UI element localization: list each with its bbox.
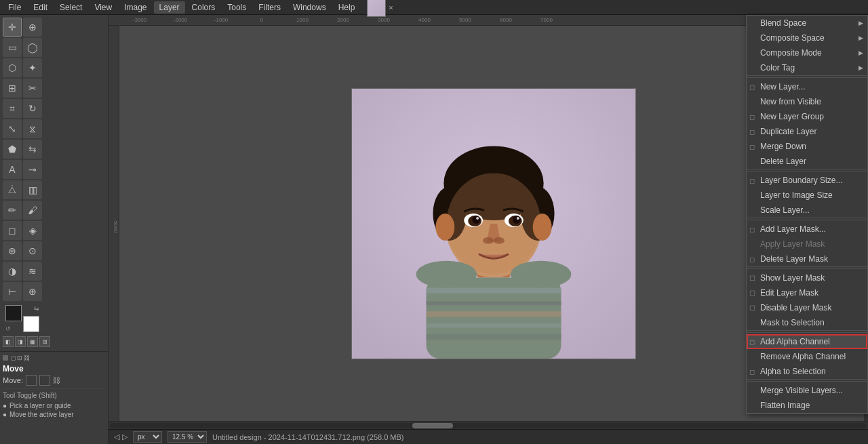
tool-free-select[interactable]: ⬡ <box>3 58 22 77</box>
horizontal-scrollbar[interactable] <box>108 421 868 429</box>
svg-rect-21 <box>427 301 561 305</box>
menu-composite-space[interactable]: Composite Space ▶ <box>747 31 867 45</box>
foreground-color[interactable] <box>5 305 22 321</box>
menu-to-image-size[interactable]: Layer to Image Size <box>747 188 867 203</box>
tool-clone[interactable]: ⊛ <box>3 241 22 260</box>
menu-blend-space[interactable]: Blend Space ▶ <box>747 16 867 31</box>
alpha-selection-icon: ◻ <box>749 368 755 376</box>
background-color[interactable] <box>23 316 39 332</box>
tool-rect-select[interactable]: ▭ <box>3 38 22 57</box>
move-option-link[interactable]: ⛓ <box>53 376 60 384</box>
tool-perspective[interactable]: ⬟ <box>3 140 22 159</box>
option-d[interactable]: ⊞ <box>39 336 50 347</box>
unit-select[interactable]: px % in mm <box>133 431 162 443</box>
zoom-select[interactable]: 12.5 % 25 % 50 % 100 % <box>167 431 207 443</box>
tool-scissors[interactable]: ✂ <box>23 79 42 98</box>
menu-layer[interactable]: Layer <box>154 1 185 14</box>
menu-edit[interactable]: Edit <box>28 1 53 14</box>
menu-help[interactable]: Help <box>333 1 361 14</box>
menu-show-mask[interactable]: ☐ Show Layer Mask <box>747 270 867 285</box>
canvas-image[interactable] <box>351 88 636 359</box>
tool-airbrush[interactable]: ◈ <box>23 221 42 240</box>
thumbnail-close[interactable]: × <box>389 3 393 12</box>
ruler-mark: -1000 <box>201 17 241 23</box>
menu-disable-mask[interactable]: ☐ Disable Layer Mask <box>747 300 867 315</box>
ruler-mark: 2000 <box>323 17 363 23</box>
menu-delete-layer[interactable]: Delete Layer <box>747 154 867 169</box>
swap-colors[interactable]: ⇆ <box>34 305 39 312</box>
menu-alpha-to-selection[interactable]: ◻ Alpha to Selection <box>747 364 867 379</box>
option-b[interactable]: ◨ <box>15 336 26 347</box>
menu-select[interactable]: Select <box>54 1 87 14</box>
reset-colors[interactable]: ↺ <box>5 325 11 332</box>
menu-new-layer-group[interactable]: ◻ New Layer Group <box>747 109 867 124</box>
menu-merge-down[interactable]: ◻ Merge Down <box>747 139 867 154</box>
menu-mask-to-selection[interactable]: Mask to Selection <box>747 315 867 330</box>
statusbar: ◁ ▷ px % in mm 12.5 % 25 % 50 % 100 % Un… <box>108 429 868 444</box>
tool-pencil[interactable]: ✏ <box>3 201 22 220</box>
option-a[interactable]: ◧ <box>3 336 14 347</box>
tool-crop[interactable]: ⌗ <box>3 99 22 118</box>
tool-rotate[interactable]: ↻ <box>23 99 42 118</box>
tool-move[interactable]: ✛ <box>3 18 22 37</box>
tool-gradient[interactable]: ▥ <box>23 180 42 199</box>
menu-remove-alpha[interactable]: Remove Alpha Channel <box>747 349 867 364</box>
menu-image[interactable]: Image <box>119 1 152 14</box>
menu-edit-mask[interactable]: ☐ Edit Layer Mask <box>747 285 867 300</box>
menu-delete-mask[interactable]: ◻ Delete Layer Mask <box>747 251 867 266</box>
edit-mask-icon: ☐ <box>749 289 755 297</box>
tool-heal[interactable]: ⊙ <box>23 241 42 260</box>
menu-merge-visible[interactable]: Merge Visible Layers... <box>747 383 867 398</box>
options-panel: ◻ ⊡ ⛓ Move Move: ⛓ Tool Toggle (Shift) ●… <box>0 351 108 444</box>
move-option-box2[interactable] <box>39 375 50 386</box>
tool-fuzzy-select[interactable]: ✦ <box>23 58 42 77</box>
tool-scale[interactable]: ⤡ <box>3 119 22 138</box>
statusbar-arrow-right[interactable]: ▷ <box>122 432 127 441</box>
tool-eraser[interactable]: ◻ <box>3 221 22 240</box>
submenu-arrow: ▶ <box>859 49 863 56</box>
menu-colors[interactable]: Colors <box>186 1 221 14</box>
menu-windows[interactable]: Windows <box>288 1 332 14</box>
tool-ellipse-select[interactable]: ◯ <box>23 38 42 57</box>
tool-measure[interactable]: ⊢ <box>3 282 22 301</box>
ruler-mark: 7000 <box>526 17 567 23</box>
menu-duplicate-layer[interactable]: ◻ Duplicate Layer <box>747 124 867 139</box>
menu-view[interactable]: View <box>89 1 117 14</box>
tool-smudge[interactable]: ≋ <box>23 262 42 281</box>
tip1: ● Pick a layer or guide <box>3 402 105 409</box>
menu-new-layer[interactable]: ◻ New Layer... <box>747 79 867 94</box>
tool-align[interactable]: ⊕ <box>23 18 42 37</box>
option-c[interactable]: ▦ <box>27 336 38 347</box>
menu-color-tag[interactable]: Color Tag ▶ <box>747 60 867 75</box>
tool-zoom[interactable]: ⊕ <box>23 282 42 301</box>
tool-shear[interactable]: ⧖ <box>23 119 42 138</box>
tool-paintbucket[interactable]: ⧊ <box>3 180 22 199</box>
opt-square: ◻ <box>11 355 16 361</box>
tool-paintbrush[interactable]: 🖌 <box>23 201 42 220</box>
menu-filters[interactable]: Filters <box>253 1 286 14</box>
tool-select-by-color[interactable]: ⊞ <box>3 79 22 98</box>
scrollbar-thumb[interactable] <box>412 423 453 428</box>
menu-boundary-size[interactable]: ◻ Layer Boundary Size... <box>747 173 867 188</box>
tool-text[interactable]: A <box>3 160 22 179</box>
delete-mask-icon: ◻ <box>749 256 755 263</box>
tool-dodge[interactable]: ◑ <box>3 262 22 281</box>
svg-rect-24 <box>427 334 561 340</box>
menu-tools[interactable]: Tools <box>222 1 252 14</box>
menu-new-from-visible[interactable]: New from Visible <box>747 94 867 109</box>
ruler-mark: -2000 <box>160 17 201 23</box>
svg-point-11 <box>472 216 480 224</box>
menu-add-mask[interactable]: ◻ Add Layer Mask... <box>747 222 867 237</box>
statusbar-arrow-left[interactable]: ◁ <box>114 432 119 441</box>
menu-composite-mode[interactable]: Composite Mode ▶ <box>747 45 867 60</box>
tool-path[interactable]: ⊸ <box>23 160 42 179</box>
menu-add-alpha[interactable]: ◻ Add Alpha Channel <box>747 334 867 349</box>
svg-point-12 <box>513 216 521 224</box>
options-header: ◻ ⊡ ⛓ <box>3 355 105 361</box>
menu-flatten-image[interactable]: Flatten Image <box>747 398 867 413</box>
canvas-svg <box>352 89 635 359</box>
tool-flip[interactable]: ⇆ <box>23 140 42 159</box>
move-option-box1[interactable] <box>26 375 37 386</box>
menu-file[interactable]: File <box>3 1 26 14</box>
menu-scale-layer[interactable]: Scale Layer... <box>747 203 867 218</box>
